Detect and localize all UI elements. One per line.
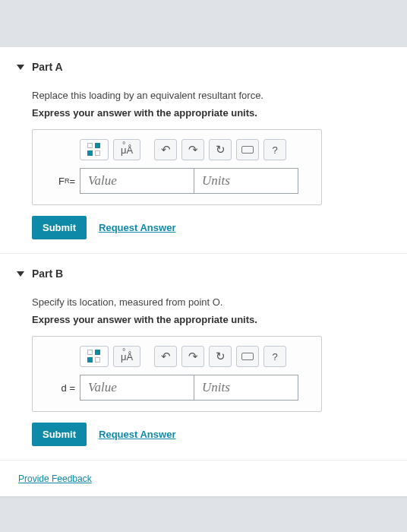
undo-button[interactable] <box>154 346 177 367</box>
templates-button[interactable] <box>80 139 109 160</box>
part-a-variable: FR = <box>43 168 80 194</box>
mu-angstrom-icon: μÅ <box>121 351 133 363</box>
undo-icon <box>161 350 171 363</box>
part-b-value-input[interactable] <box>80 375 194 401</box>
undo-button[interactable] <box>154 139 177 160</box>
symbols-button[interactable]: μÅ <box>113 346 140 367</box>
part-b-toolbar: μÅ ? <box>80 346 311 367</box>
mu-angstrom-icon: μÅ <box>121 144 133 156</box>
redo-icon <box>188 143 198 157</box>
reset-button[interactable] <box>209 139 232 160</box>
help-icon: ? <box>272 144 277 156</box>
part-a-prompt: Replace this loading by an equivalent re… <box>32 90 407 101</box>
keyboard-icon <box>241 353 254 360</box>
part-b-units-input[interactable] <box>194 375 298 401</box>
help-button[interactable]: ? <box>263 139 286 160</box>
feedback-row: Provide Feedback <box>0 461 407 496</box>
keyboard-button[interactable] <box>236 346 259 367</box>
redo-button[interactable] <box>181 139 204 160</box>
reset-button[interactable] <box>209 346 232 367</box>
part-b-answer-box: μÅ ? d = <box>32 336 322 412</box>
part-a-units-input[interactable] <box>194 168 298 194</box>
redo-button[interactable] <box>181 346 204 367</box>
templates-icon <box>87 143 101 157</box>
part-a-title: Part A <box>32 61 63 73</box>
part-b-request-answer-link[interactable]: Request Answer <box>99 429 175 440</box>
part-a-instruct: Express your answer with the appropriate… <box>32 107 407 119</box>
undo-icon <box>161 143 171 157</box>
part-b-prompt: Specify its location, measured from poin… <box>32 296 407 308</box>
provide-feedback-link[interactable]: Provide Feedback <box>18 473 92 484</box>
redo-icon <box>188 350 198 363</box>
help-button[interactable]: ? <box>263 346 286 367</box>
part-a-request-answer-link[interactable]: Request Answer <box>99 222 175 233</box>
part-a: Part A Replace this loading by an equiva… <box>0 47 407 254</box>
part-b-title: Part B <box>32 268 63 280</box>
part-b-submit-button[interactable]: Submit <box>32 423 87 446</box>
keyboard-icon <box>241 146 254 154</box>
part-b: Part B Specify its location, measured fr… <box>0 254 407 461</box>
part-b-instruct: Express your answer with the appropriate… <box>32 314 407 325</box>
part-a-answer-box: μÅ ? FR = <box>32 129 322 205</box>
part-a-submit-button[interactable]: Submit <box>32 216 87 239</box>
chevron-down-icon <box>17 65 24 70</box>
part-a-value-input[interactable] <box>80 168 194 194</box>
templates-button[interactable] <box>80 346 109 367</box>
chevron-down-icon <box>17 271 24 277</box>
help-icon: ? <box>272 351 277 363</box>
reset-icon <box>216 350 226 363</box>
symbols-button[interactable]: μÅ <box>113 139 140 160</box>
part-a-header[interactable]: Part A <box>17 61 407 73</box>
keyboard-button[interactable] <box>236 139 259 160</box>
part-b-variable: d = <box>43 375 80 401</box>
templates-icon <box>87 350 101 363</box>
part-b-header[interactable]: Part B <box>17 268 407 280</box>
part-a-toolbar: μÅ ? <box>80 139 311 160</box>
reset-icon <box>216 143 226 157</box>
